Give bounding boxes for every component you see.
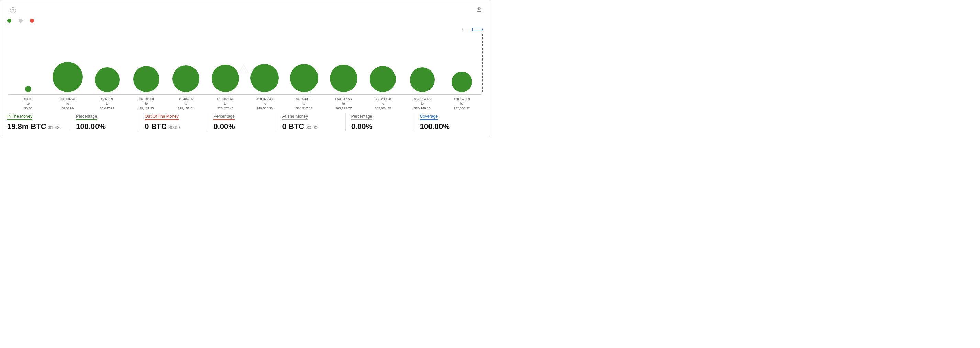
axis-label-11: $70,148.59to$72,500.92 [453,97,470,110]
bubble-6 [250,64,279,92]
download-icon[interactable] [476,6,483,14]
legend-dot-at [19,19,23,23]
bubble-col-6 [245,34,285,92]
bubble-5 [212,65,239,92]
stat-main-percentage-at: 0.00% [351,122,372,131]
legend-dot-in [7,19,11,23]
header: ? [7,6,483,14]
header-left: ? [7,7,16,13]
stat-sub-out-of-the-money: $0.00 [169,125,180,130]
stat-value-at-the-money: 0 BTC $0.00 [282,122,340,131]
stat-value-percentage-at: 0.00% [351,122,409,131]
bubble-10 [410,67,435,92]
stat-label-percentage-at: Percentage [351,114,372,120]
stat-block-percentage-out: Percentage 0.00% [213,113,277,131]
stat-sub-at-the-money: $0.00 [306,125,318,130]
bubble-0 [25,86,31,92]
axis-label-4: $9,484.25to$19,151.61 [178,97,194,110]
axis-label-9: $63,299.78to$67,824.45 [375,97,391,110]
bubble-1 [52,62,83,92]
axis-col-5: $19,151.61to$28,877.43 [205,97,245,110]
stat-main-coverage: 100.00% [420,122,450,131]
stat-label-at-the-money: At The Money [282,114,308,120]
stat-main-at-the-money: 0 BTC [282,122,304,131]
axis-col-2: $740.99to$6,047.99 [87,97,127,110]
bubble-9 [370,66,396,92]
bubble-8 [330,65,357,92]
bubble-col-5 [205,34,245,92]
bubble-11 [452,72,472,92]
bubble-2 [95,67,119,92]
axis-label-7: $40,533.36to$54,517.54 [296,97,312,110]
chart-controls [7,27,483,31]
bubble-col-10 [403,34,442,92]
axis-col-8: $54,517.56to$63,299.77 [324,97,363,110]
axis-col-10: $67,824.46to$70,148.56 [403,97,442,110]
axis-label-8: $54,517.56to$63,299.77 [336,97,352,110]
stat-value-percentage-out: 0.00% [213,122,271,131]
axis-col-11: $70,148.59to$72,500.92 [442,97,481,110]
help-icon[interactable]: ? [10,7,16,13]
axis-label-1: $0.000241to$740.99 [60,97,76,110]
stat-block-in-the-money: In The Money 19.8m BTC $1.48t [7,113,70,131]
current-price-line [482,34,483,92]
stat-value-coverage: 100.00% [420,122,477,131]
stat-block-coverage: Coverage 100.00% [420,113,483,131]
bubbles-row [7,34,483,92]
stat-main-in-the-money: 19.8m BTC [7,122,46,131]
axis-col-7: $40,533.36to$54,517.54 [285,97,324,110]
stat-block-percentage-at: Percentage 0.00% [351,113,414,131]
legend-item-at [19,19,24,23]
bubble-col-4 [166,34,206,92]
stat-label-out-of-the-money: Out Of The Money [145,114,179,120]
volume-button[interactable] [473,27,483,31]
main-container: ? [0,0,490,137]
bubble-col-11 [442,34,481,92]
stat-main-out-of-the-money: 0 BTC [145,122,167,131]
axis-col-6: $28,877.43to$40,533.36 [245,97,285,110]
bubble-col-3 [127,34,166,92]
stat-main-percentage-in: 100.00% [76,122,106,131]
axis-col-3: $6,048.00to$9,484.25 [127,97,166,110]
bubble-col-7 [285,34,324,92]
axis-row: $0.00to$0.00$0.000241to$740.99$740.99to$… [7,97,483,110]
bubble-col-0 [9,34,48,92]
stat-value-percentage-in: 100.00% [76,122,133,131]
axis-label-10: $67,824.46to$70,148.56 [414,97,431,110]
bubble-col-1 [48,34,88,92]
stat-block-at-the-money: At The Money 0 BTC $0.00 [282,113,346,131]
axis-line [9,94,481,94]
bubble-col-2 [87,34,127,92]
bubble-col-9 [363,34,403,92]
stat-sub-in-the-money: $1.48t [48,125,61,130]
axis-label-6: $28,877.43to$40,533.36 [257,97,273,110]
stat-main-percentage-out: 0.00% [213,122,235,131]
chart-area: $0.00to$0.00$0.000241to$740.99$740.99to$… [7,34,483,106]
stat-block-percentage-in: Percentage 100.00% [76,113,139,131]
stat-value-in-the-money: 19.8m BTC $1.48t [7,122,65,131]
axis-label-0: $0.00to$0.00 [24,97,32,110]
axis-col-0: $0.00to$0.00 [9,97,48,110]
stat-label-coverage: Coverage [420,114,438,120]
stat-label-in-the-money: In The Money [7,114,32,120]
legend-item-out [30,19,36,23]
axis-col-9: $63,299.78to$67,824.45 [363,97,403,110]
stat-block-out-of-the-money: Out Of The Money 0 BTC $0.00 [145,113,208,131]
axis-col-1: $0.000241to$740.99 [48,97,88,110]
stat-label-percentage-out: Percentage [213,114,234,120]
axis-col-4: $9,484.25to$19,151.61 [166,97,206,110]
addresses-button[interactable] [462,27,473,31]
bubble-col-8 [324,34,363,92]
axis-label-2: $740.99to$6,047.99 [100,97,115,110]
bubble-3 [133,66,159,92]
legend [7,19,483,23]
stat-label-percentage-in: Percentage [76,114,97,120]
bubble-4 [172,65,199,92]
bubble-7 [290,64,318,92]
stats-section: In The Money 19.8m BTC $1.48t Percentage… [7,113,483,131]
legend-dot-out [30,19,34,23]
axis-label-3: $6,048.00to$9,484.25 [139,97,154,110]
stat-value-out-of-the-money: 0 BTC $0.00 [145,122,202,131]
legend-item-in [7,19,13,23]
axis-label-5: $19,151.61to$28,877.43 [217,97,234,110]
